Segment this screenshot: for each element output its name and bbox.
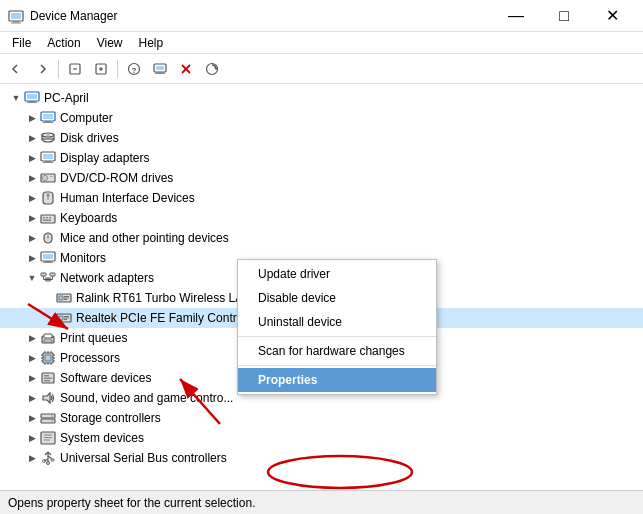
sound-toggle[interactable]: ▶	[24, 390, 40, 406]
software-toggle[interactable]: ▶	[24, 370, 40, 386]
svg-rect-35	[50, 176, 53, 177]
svg-point-106	[47, 462, 50, 465]
system-toggle[interactable]: ▶	[24, 430, 40, 446]
mice-label: Mice and other pointing devices	[60, 231, 229, 245]
svg-rect-71	[44, 334, 52, 338]
svg-point-40	[47, 194, 50, 197]
menu-view[interactable]: View	[89, 34, 131, 52]
close-button[interactable]: ✕	[589, 0, 635, 32]
scan-button[interactable]	[200, 57, 224, 81]
context-scan-hardware[interactable]: Scan for hardware changes	[238, 339, 436, 363]
svg-text:?: ?	[132, 66, 137, 75]
maximize-button[interactable]: □	[541, 0, 587, 32]
svg-point-96	[51, 420, 53, 422]
computer-toggle[interactable]: ▶	[24, 110, 40, 126]
toolbar-sep-1	[58, 60, 59, 78]
device-info-button[interactable]	[148, 57, 172, 81]
storage-toggle[interactable]: ▶	[24, 410, 40, 426]
sound-label: Sound, video and game contro...	[60, 391, 233, 405]
disk-toggle[interactable]: ▶	[24, 130, 40, 146]
svg-rect-51	[45, 261, 51, 262]
svg-rect-21	[27, 102, 37, 103]
mice-icon	[40, 230, 56, 246]
print-icon	[40, 330, 56, 346]
computer-device-icon	[40, 110, 56, 126]
software-icon	[40, 370, 56, 386]
window-title: Device Manager	[30, 9, 493, 23]
svg-rect-14	[155, 73, 165, 74]
tree-item-computer[interactable]: ▶ Computer	[0, 108, 643, 128]
svg-rect-3	[11, 22, 21, 23]
window-controls: — □ ✕	[493, 0, 635, 32]
disk-icon	[40, 130, 56, 146]
tree-root[interactable]: ▼ PC-April	[0, 88, 643, 108]
tree-item-display[interactable]: ▶ Display adapters	[0, 148, 643, 168]
context-disable-device[interactable]: Disable device	[238, 286, 436, 310]
storage-icon	[40, 410, 56, 426]
svg-rect-25	[43, 122, 53, 123]
tree-item-keyboard[interactable]: ▶ Keyboards	[0, 208, 643, 228]
tree-item-disk[interactable]: ▶ Disk drives	[0, 128, 643, 148]
keyboard-toggle[interactable]: ▶	[24, 210, 40, 226]
usb-toggle[interactable]: ▶	[24, 450, 40, 466]
tree-item-system[interactable]: ▶ System devices	[0, 428, 643, 448]
remove-button[interactable]	[174, 57, 198, 81]
hid-toggle[interactable]: ▶	[24, 190, 40, 206]
device-tree: ▼ PC-April ▶	[0, 84, 643, 490]
context-update-driver[interactable]: Update driver	[238, 262, 436, 286]
context-menu: Update driver Disable device Uninstall d…	[237, 259, 437, 395]
monitors-toggle[interactable]: ▶	[24, 250, 40, 266]
root-toggle[interactable]: ▼	[8, 90, 24, 106]
menu-help[interactable]: Help	[131, 34, 172, 52]
realtek-label: Realtek PCIe FE Family Controller	[76, 311, 259, 325]
tree-item-dvd[interactable]: ▶ DVD/CD-ROM drives	[0, 168, 643, 188]
system-icon	[40, 430, 56, 446]
network-toggle[interactable]: ▼	[24, 270, 40, 286]
svg-rect-2	[13, 21, 19, 23]
svg-point-95	[51, 415, 53, 417]
svg-rect-42	[43, 217, 45, 219]
computer-label: Computer	[60, 111, 113, 125]
menu-bar: File Action View Help	[0, 32, 643, 54]
tree-item-usb[interactable]: ▶ Universal Serial Bus controllers	[0, 448, 643, 468]
svg-rect-103	[51, 459, 54, 461]
processors-label: Processors	[60, 351, 120, 365]
context-uninstall-device[interactable]: Uninstall device	[238, 310, 436, 334]
dvd-toggle[interactable]: ▶	[24, 170, 40, 186]
svg-rect-24	[45, 121, 51, 122]
svg-rect-13	[157, 72, 163, 73]
dvd-label: DVD/CD-ROM drives	[60, 171, 173, 185]
title-bar: Device Manager — □ ✕	[0, 0, 643, 32]
processors-toggle[interactable]: ▶	[24, 350, 40, 366]
mice-toggle[interactable]: ▶	[24, 230, 40, 246]
svg-rect-41	[41, 215, 55, 223]
svg-rect-54	[50, 273, 55, 276]
minimize-button[interactable]: —	[493, 0, 539, 32]
svg-point-37	[44, 177, 46, 179]
display-toggle[interactable]: ▶	[24, 150, 40, 166]
svg-rect-50	[43, 254, 53, 259]
print-toggle[interactable]: ▶	[24, 330, 40, 346]
svg-rect-1	[11, 13, 21, 19]
context-separator-2	[238, 365, 436, 366]
context-properties[interactable]: Properties	[238, 368, 436, 392]
system-label: System devices	[60, 431, 144, 445]
svg-rect-31	[43, 154, 53, 159]
tree-item-mice[interactable]: ▶ Mice and other pointing devices	[0, 228, 643, 248]
tree-item-hid[interactable]: ▶ Human Interface Devices	[0, 188, 643, 208]
svg-rect-33	[43, 162, 53, 163]
svg-rect-20	[29, 101, 35, 102]
collapse-button[interactable]	[63, 57, 87, 81]
tree-item-storage[interactable]: ▶ Storage controllers	[0, 408, 643, 428]
dvd-icon	[40, 170, 56, 186]
forward-button[interactable]	[30, 57, 54, 81]
back-button[interactable]	[4, 57, 28, 81]
expand-button[interactable]	[89, 57, 113, 81]
svg-marker-92	[43, 393, 50, 403]
svg-rect-90	[44, 378, 52, 380]
svg-rect-23	[43, 114, 53, 119]
software-label: Software devices	[60, 371, 151, 385]
help-button[interactable]: ?	[122, 57, 146, 81]
menu-action[interactable]: Action	[39, 34, 88, 52]
menu-file[interactable]: File	[4, 34, 39, 52]
